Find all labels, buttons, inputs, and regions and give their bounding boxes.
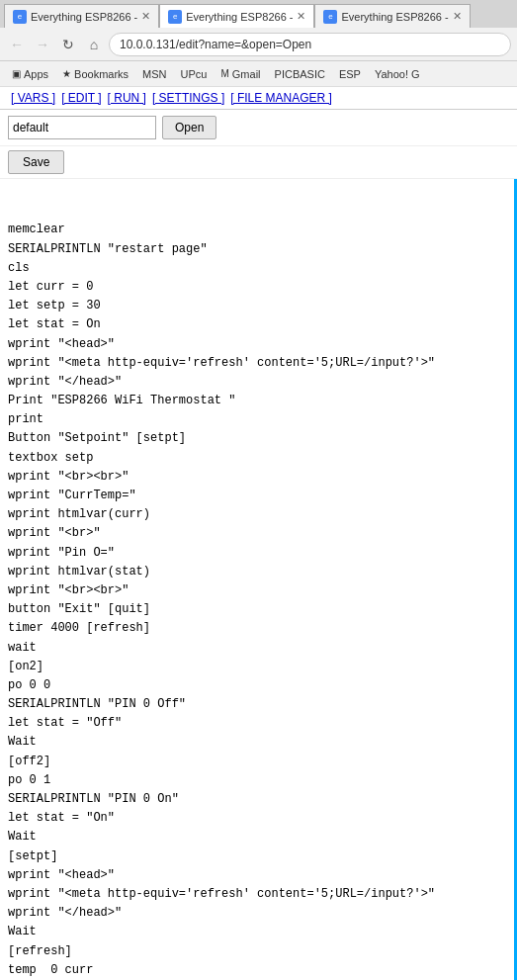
tab-close-2[interactable]: ✕ bbox=[453, 10, 462, 23]
editor-wrapper: memclearSERIALPRINTLN "restart page"clsl… bbox=[0, 179, 517, 980]
code-line: wprint "Pin O=" bbox=[8, 544, 506, 563]
code-line: wprint "<br><br>" bbox=[8, 468, 506, 487]
vars-link[interactable]: [ VARS ] bbox=[8, 91, 58, 105]
gmail-icon: M bbox=[220, 68, 228, 79]
file-manager-link[interactable]: [ FILE MANAGER ] bbox=[227, 91, 335, 105]
code-line: Button "Setpoint" [setpt] bbox=[8, 429, 506, 448]
code-line: wprint "<meta http-equiv='refresh' conte… bbox=[8, 354, 506, 373]
refresh-button[interactable]: ↻ bbox=[57, 34, 79, 55]
bookmarks-bar: ▣ Apps ★ Bookmarks MSN UPcu M Gmail PICB… bbox=[0, 61, 517, 87]
code-line: cls bbox=[8, 259, 506, 278]
code-line: Print "ESP8266 WiFi Thermostat " bbox=[8, 392, 506, 410]
code-line: let stat = "On" bbox=[8, 809, 506, 828]
code-line: SERIALPRINTLN "PIN 0 Off" bbox=[8, 695, 506, 714]
code-line: let stat = "Off" bbox=[8, 714, 506, 733]
bookmark-esp[interactable]: ESP bbox=[333, 66, 367, 82]
file-bar: Open bbox=[0, 110, 517, 146]
code-line: Wait bbox=[8, 733, 506, 752]
code-line: timer 4000 [refresh] bbox=[8, 619, 506, 638]
settings-link[interactable]: [ SETTINGS ] bbox=[149, 91, 227, 105]
tab-icon-2: e bbox=[323, 10, 337, 24]
code-line: Wait bbox=[8, 828, 506, 846]
bookmark-esp-label: ESP bbox=[339, 68, 361, 80]
bookmark-upcu-label: UPcu bbox=[181, 68, 208, 80]
code-line: wprint "<head>" bbox=[8, 335, 506, 354]
bookmark-gmail[interactable]: M Gmail bbox=[215, 66, 266, 82]
save-bar: Save bbox=[0, 146, 517, 179]
code-line: wprint "</head>" bbox=[8, 904, 506, 923]
code-line: wprint "<br>" bbox=[8, 524, 506, 543]
code-line: [on2] bbox=[8, 658, 506, 676]
code-line: SERIALPRINTLN "restart page" bbox=[8, 240, 506, 259]
bookmark-picbasic-label: PICBASIC bbox=[275, 68, 325, 80]
bookmark-msn[interactable]: MSN bbox=[136, 66, 172, 82]
bookmark-picbasic[interactable]: PICBASIC bbox=[269, 66, 331, 82]
bookmark-yahoo[interactable]: Yahoo! G bbox=[369, 66, 426, 82]
tab-title-2: Everything ESP8266 - bbox=[341, 11, 448, 23]
bookmark-msn-label: MSN bbox=[142, 68, 166, 80]
browser-tab-2[interactable]: e Everything ESP8266 - ✕ bbox=[314, 4, 470, 28]
code-line: po 0 0 bbox=[8, 676, 506, 695]
bookmark-bookmarks-label: Bookmarks bbox=[74, 68, 129, 80]
code-line: [off2] bbox=[8, 753, 506, 771]
tab-title-0: Everything ESP8266 - bbox=[31, 11, 137, 23]
bookmark-bookmarks[interactable]: ★ Bookmarks bbox=[56, 66, 134, 82]
code-line: memclear bbox=[8, 221, 506, 239]
code-line: wprint "</head>" bbox=[8, 373, 506, 392]
apps-icon: ▣ bbox=[12, 68, 21, 79]
code-line: wprint "<head>" bbox=[8, 866, 506, 885]
code-line: wprint "CurrTemp=" bbox=[8, 487, 506, 505]
bookmark-apps[interactable]: ▣ Apps bbox=[6, 66, 54, 82]
open-button[interactable]: Open bbox=[162, 116, 216, 139]
bookmarks-icon: ★ bbox=[62, 68, 71, 79]
code-line: [refresh] bbox=[8, 942, 506, 961]
code-line: print bbox=[8, 410, 506, 429]
code-line: Wait bbox=[8, 923, 506, 941]
browser-tabs: e Everything ESP8266 - ✕ e Everything ES… bbox=[0, 0, 517, 28]
address-bar[interactable]: 10.0.0.131/edit?name=&open=Open bbox=[109, 33, 511, 56]
browser-tab-1[interactable]: e Everything ESP8266 - ✕ bbox=[159, 4, 314, 28]
code-line: let setp = 30 bbox=[8, 297, 506, 315]
browser-tab-0[interactable]: e Everything ESP8266 - ✕ bbox=[4, 4, 159, 28]
home-button[interactable]: ⌂ bbox=[83, 34, 105, 55]
edit-link[interactable]: [ EDIT ] bbox=[58, 91, 104, 105]
back-button[interactable]: ← bbox=[6, 34, 28, 55]
address-text: 10.0.0.131/edit?name=&open=Open bbox=[120, 38, 311, 51]
code-line: po 0 1 bbox=[8, 771, 506, 790]
code-line: wprint htmlvar(curr) bbox=[8, 505, 506, 524]
save-button[interactable]: Save bbox=[8, 150, 64, 174]
tab-close-1[interactable]: ✕ bbox=[297, 10, 305, 23]
code-line: let stat = On bbox=[8, 315, 506, 334]
code-line: wprint "<meta http-equiv='refresh' conte… bbox=[8, 885, 506, 904]
tab-close-0[interactable]: ✕ bbox=[141, 10, 150, 23]
tab-title-1: Everything ESP8266 - bbox=[186, 11, 293, 23]
bookmark-yahoo-label: Yahoo! G bbox=[375, 68, 420, 80]
code-line: [setpt] bbox=[8, 847, 506, 866]
app-toolbar: [ VARS ] [ EDIT ] [ RUN ] [ SETTINGS ] [… bbox=[0, 87, 517, 110]
bookmark-apps-label: Apps bbox=[24, 68, 48, 80]
code-line: wprint htmlvar(stat) bbox=[8, 563, 506, 581]
tab-icon-0: e bbox=[13, 10, 27, 24]
run-link[interactable]: [ RUN ] bbox=[105, 91, 149, 105]
code-line: button "Exit" [quit] bbox=[8, 600, 506, 619]
code-editor[interactable]: memclearSERIALPRINTLN "restart page"clsl… bbox=[0, 179, 517, 980]
bookmark-gmail-label: Gmail bbox=[232, 68, 261, 80]
forward-button[interactable]: → bbox=[32, 34, 53, 55]
code-line: let curr = 0 bbox=[8, 278, 506, 297]
code-line: temp 0 curr bbox=[8, 961, 506, 980]
filename-input[interactable] bbox=[8, 116, 156, 139]
code-line: wprint "<br><br>" bbox=[8, 581, 506, 600]
nav-bar: ← → ↻ ⌂ 10.0.0.131/edit?name=&open=Open bbox=[0, 28, 517, 61]
tab-icon-1: e bbox=[168, 10, 182, 24]
code-line: textbox setp bbox=[8, 449, 506, 468]
bookmark-upcu[interactable]: UPcu bbox=[175, 66, 214, 82]
code-line: wait bbox=[8, 639, 506, 658]
code-line: SERIALPRINTLN "PIN 0 On" bbox=[8, 790, 506, 809]
